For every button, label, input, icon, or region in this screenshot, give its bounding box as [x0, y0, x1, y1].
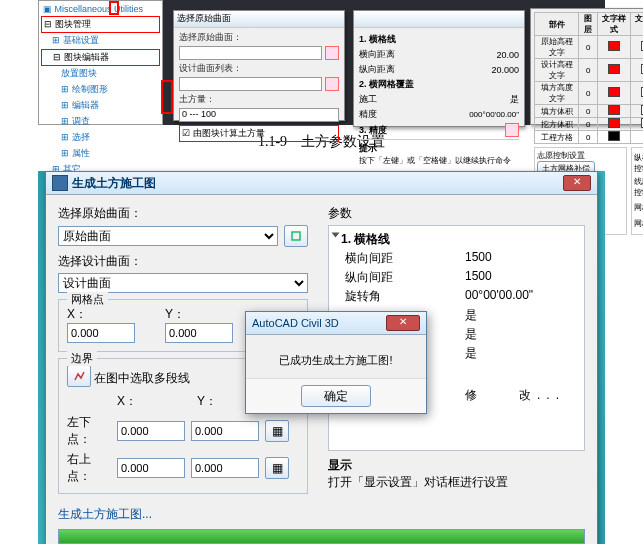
table-row[interactable]: 填方体积03.00——: [535, 105, 644, 118]
pick-polyline-icon[interactable]: [67, 365, 91, 387]
progress-bar: [58, 529, 585, 544]
grid-x-input[interactable]: [67, 323, 135, 343]
table-row[interactable]: 工程方格0: [535, 131, 644, 144]
pick-icon[interactable]: [505, 123, 519, 137]
pick-icon[interactable]: [325, 46, 339, 60]
tree-item[interactable]: ⊞ 属性: [41, 146, 160, 162]
tree-item[interactable]: ⊞ 选择: [41, 130, 160, 146]
design-surface-combo[interactable]: 设计曲面: [58, 273, 308, 293]
pick-icon[interactable]: ▦: [265, 457, 289, 479]
select-surface-dialog: 选择原始曲面 选择原始曲面： 设计曲面列表： 土方量： 0 --- 100 ☑ …: [173, 10, 345, 121]
group-title: 网格点: [67, 292, 108, 307]
tr-x-input[interactable]: [117, 458, 185, 478]
close-icon[interactable]: ✕: [386, 315, 420, 331]
display-label: 显示: [328, 457, 585, 474]
surface-combo[interactable]: [179, 46, 322, 60]
dialog-title: [354, 11, 524, 28]
collapse-icon[interactable]: [332, 233, 340, 238]
grid-y-input[interactable]: [165, 323, 233, 343]
close-icon[interactable]: ✕: [563, 175, 591, 191]
top-composite: ▣ Miscellaneous Utilities ⊟ 图块管理 ⊞ 基础设置 …: [38, 0, 605, 125]
pick-icon[interactable]: [325, 77, 339, 91]
param-value[interactable]: 是: [465, 345, 582, 362]
param-value[interactable]: 1500: [465, 250, 582, 267]
label: 网格标高控制: [634, 218, 644, 229]
param-key: 纵向间距: [331, 269, 465, 286]
hint-label: 提示: [359, 143, 377, 153]
display-settings-dialog: 部件图层文字样式文字高度Location样式 原始高程文字03.00—— 设计高…: [530, 8, 643, 125]
label: 3. 精度: [359, 124, 387, 137]
param-value[interactable]: 00°00'00.00": [465, 288, 582, 305]
label: 志愿控制设置: [537, 150, 624, 161]
app-icon: [52, 175, 68, 191]
dialog-title: 选择原始曲面: [174, 11, 344, 28]
tree-item[interactable]: ▣ Miscellaneous Utilities: [41, 3, 160, 16]
param-key: 旋转角: [331, 288, 465, 305]
label: 纵横间距标注控制: [634, 152, 644, 174]
col: 部件: [535, 13, 579, 36]
ok-button[interactable]: 确定: [301, 385, 371, 407]
modify-link[interactable]: 修 改...: [465, 387, 582, 404]
tree-item[interactable]: 放置图块: [41, 66, 160, 82]
table-row[interactable]: 挖方体积03.00——: [535, 118, 644, 131]
bl-x-input[interactable]: [117, 421, 185, 441]
messagebox-text: 已成功生成土方施工图!: [246, 335, 426, 378]
checkbox-label: 由图块计算土方量: [193, 128, 265, 138]
label: 线段间距标注控制: [634, 176, 644, 198]
section-header: 1. 横格线: [341, 231, 390, 248]
bl-label: 左下点：: [67, 414, 111, 448]
range-input[interactable]: 0 --- 100: [179, 108, 339, 122]
table-row[interactable]: 设计高程文字03.00——: [535, 59, 644, 82]
orig-surface-combo[interactable]: 原始曲面: [58, 226, 278, 246]
label: 选择原始曲面：: [58, 205, 308, 222]
param-value[interactable]: 是: [465, 307, 582, 324]
tree-item[interactable]: ⊟ 图块编辑器: [41, 49, 160, 66]
tree-item[interactable]: ⊞ 绘制图形: [41, 82, 160, 98]
label: 选择设计曲面：: [58, 253, 308, 270]
param-value[interactable]: 是: [465, 326, 582, 343]
tr-label: 右上点：: [67, 451, 111, 485]
tr-y-input[interactable]: [191, 458, 259, 478]
svg-rect-0: [292, 232, 300, 240]
red-marker: [109, 1, 119, 15]
label: 2. 横网格覆盖: [359, 78, 414, 91]
label: 土方量：: [179, 93, 339, 106]
red-marker: [161, 80, 173, 114]
style-table: 部件图层文字样式文字高度Location样式 原始高程文字03.00—— 设计高…: [534, 12, 643, 144]
group-title: 边界: [67, 351, 97, 366]
grid-params-dialog: 1. 横格线 横向距离20.00 纵向距离20.000 2. 横网格覆盖 施工是…: [353, 10, 525, 127]
title-bar: 生成土方施工图 ✕: [46, 172, 597, 195]
tree-item[interactable]: ⊞ 调查: [41, 114, 160, 130]
label: 精度: [359, 108, 377, 121]
messagebox-title: AutoCAD Civil 3D: [252, 317, 339, 329]
table-row[interactable]: 原始高程文字03.00——: [535, 36, 644, 59]
value: 20.00: [496, 50, 519, 60]
display-hint: 打开「显示设置」对话框进行设置: [328, 474, 585, 491]
table-row[interactable]: 填方高度文字03.00——: [535, 82, 644, 105]
hint-text: 按下「左键」或「空格键」以继续执行命令: [359, 156, 511, 165]
col: 文字高度: [631, 13, 643, 36]
dialog-title: 生成土方施工图: [72, 175, 156, 192]
value: 000°00'00.00": [469, 110, 519, 119]
pick-icon[interactable]: [284, 225, 308, 247]
bl-y-input[interactable]: [191, 421, 259, 441]
param-value[interactable]: 1500: [465, 269, 582, 286]
tree-item[interactable]: ⊞ 基础设置: [41, 33, 160, 49]
progress-label: 生成土方施工图...: [58, 506, 585, 523]
param-key: 横向间距: [331, 250, 465, 267]
value: 20.000: [491, 65, 519, 75]
success-messagebox: AutoCAD Civil 3D ✕ 已成功生成土方施工图! 确定: [245, 311, 427, 414]
tree-panel: ▣ Miscellaneous Utilities ⊟ 图块管理 ⊞ 基础设置 …: [38, 0, 163, 125]
tree-item[interactable]: ⊞ 编辑器: [41, 98, 160, 114]
x-label: X：: [117, 393, 137, 410]
pick-icon[interactable]: ▦: [265, 420, 289, 442]
label: 横向距离: [359, 48, 395, 61]
col: 图层: [579, 13, 598, 36]
x-label: X：: [67, 306, 83, 323]
label: 施工: [359, 93, 377, 106]
label: 设计曲面列表：: [179, 62, 339, 75]
col: 文字样式: [598, 13, 631, 36]
tree-item[interactable]: ⊟ 图块管理: [41, 16, 160, 33]
design-combo[interactable]: [179, 77, 322, 91]
highlighted-option[interactable]: ☑ 由图块计算土方量: [179, 125, 339, 142]
